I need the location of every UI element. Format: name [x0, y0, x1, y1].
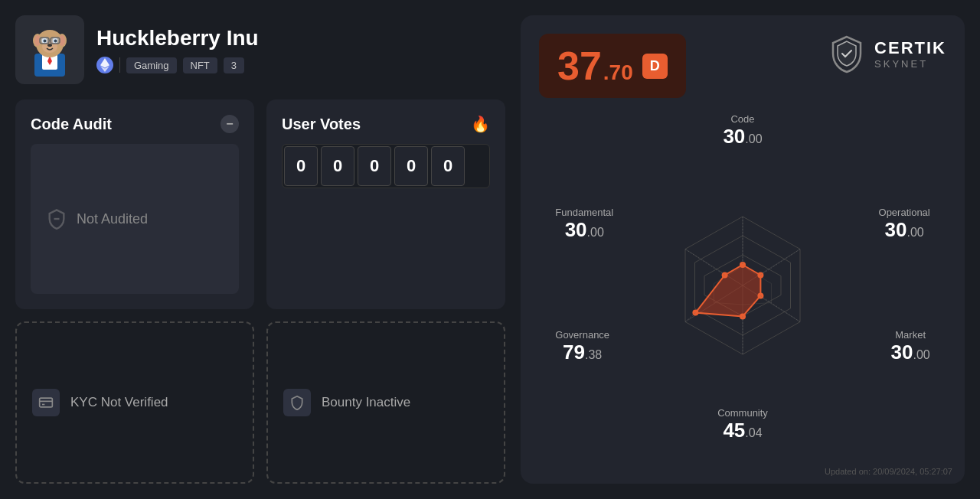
left-panel: Huckleberry Inu Gaming NFT 3 [15, 15, 505, 484]
not-audited-box: Not Audited [31, 144, 239, 294]
radar-label-fundamental: Fundamental 30.00 [555, 207, 613, 242]
bounty-card[interactable]: Bounty Inactive [266, 321, 505, 484]
project-name: Huckleberry Inu [96, 26, 259, 51]
vote-digit-0: 0 [284, 146, 318, 186]
radar-label-market: Market 30.00 [891, 329, 930, 364]
updated-text: Updated on: 20/09/2024, 05:27:07 [825, 467, 952, 476]
avatar [15, 15, 84, 84]
certik-sub: SKYNET [874, 58, 946, 70]
user-votes-title: User Votes [282, 116, 361, 133]
radar-label-code: Code 30.00 [723, 113, 762, 148]
user-votes-header: User Votes 🔥 [282, 115, 490, 133]
kyc-icon [32, 389, 60, 416]
project-header: Huckleberry Inu Gaming NFT 3 [15, 15, 505, 99]
bounty-icon [283, 389, 311, 416]
vote-digit-4: 0 [431, 146, 465, 186]
radar-label-operational: Operational 30.00 [879, 207, 930, 242]
svg-marker-29 [695, 265, 760, 317]
svg-rect-14 [40, 38, 49, 44]
bounty-label: Bounty Inactive [322, 395, 410, 410]
radar-chart [635, 178, 850, 393]
vote-digit-1: 0 [321, 146, 354, 186]
minus-icon[interactable]: − [220, 115, 239, 133]
score-decimal: .70 [603, 60, 633, 85]
right-top: 37 .70 D CERTIK SKYNET [539, 34, 946, 98]
vote-digit-2: 0 [358, 146, 391, 186]
certik-shield-icon [827, 34, 867, 73]
kyc-label: KYC Not Verified [70, 395, 168, 410]
svg-line-38 [760, 296, 800, 322]
svg-rect-18 [40, 398, 53, 407]
svg-line-41 [685, 250, 725, 276]
certik-text: CERTIK SKYNET [874, 38, 946, 70]
divider [119, 57, 120, 73]
svg-point-13 [47, 44, 52, 47]
radar-label-governance: Governance 79.38 [555, 329, 609, 364]
code-audit-header: Code Audit − [31, 115, 239, 133]
vote-display: 0 0 0 0 0 [282, 144, 490, 188]
user-votes-card: User Votes 🔥 0 0 0 0 0 [266, 99, 505, 309]
tags-row: Gaming NFT 3 [96, 57, 259, 73]
not-audited-label: Not Audited [77, 211, 148, 227]
certik-logo: CERTIK SKYNET [827, 34, 946, 73]
code-audit-title: Code Audit [31, 116, 112, 133]
tag-nft[interactable]: NFT [183, 57, 217, 73]
shield-icon [46, 208, 67, 230]
svg-line-37 [760, 250, 800, 276]
code-audit-card: Code Audit − Not Audited [15, 99, 254, 309]
kyc-card[interactable]: KYC Not Verified [15, 321, 254, 484]
score-main: 37 [557, 43, 602, 89]
right-panel: 37 .70 D CERTIK SKYNET Code [521, 15, 965, 484]
vote-digit-3: 0 [394, 146, 428, 186]
fire-icon: 🔥 [471, 115, 490, 133]
tag-gaming[interactable]: Gaming [126, 57, 177, 73]
cards-grid: Code Audit − Not Audited User Votes 🔥 [15, 99, 505, 484]
eth-icon [96, 57, 113, 73]
score-grade: D [642, 54, 668, 79]
certik-name: CERTIK [874, 38, 946, 58]
radar-section: Code 30.00 Fundamental 30.00 Operational… [539, 106, 946, 465]
score-box: 37 .70 D [539, 34, 686, 98]
radar-label-community: Community 45.04 [717, 407, 768, 442]
svg-rect-15 [51, 38, 60, 44]
tag-count[interactable]: 3 [224, 57, 244, 73]
project-info: Huckleberry Inu Gaming NFT 3 [96, 26, 259, 73]
